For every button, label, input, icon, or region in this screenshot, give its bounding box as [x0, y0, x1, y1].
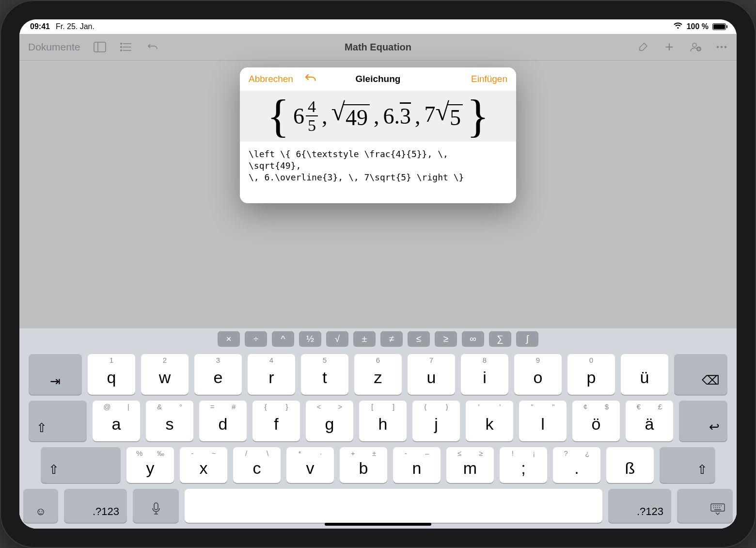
cancel-button[interactable]: Abbrechen: [249, 74, 293, 84]
shortcut-key-≠[interactable]: ≠: [380, 331, 403, 347]
radicand-1: 49: [344, 104, 370, 131]
shortcut-key-∑[interactable]: ∑: [489, 331, 511, 347]
key-r[interactable]: 4r: [248, 354, 295, 395]
key-ö[interactable]: ¢$ö: [572, 401, 620, 441]
shortcut-key-±[interactable]: ±: [353, 331, 376, 347]
key-.[interactable]: ?¿.: [553, 447, 600, 483]
decimal-int: 6.: [383, 104, 400, 129]
key-s[interactable]: &°s: [146, 401, 193, 441]
coef-7: 7: [425, 101, 436, 127]
key-d[interactable]: =#d: [199, 401, 247, 441]
modal-header: Abbrechen Gleichung Einfügen: [240, 67, 516, 91]
seven-root-five: 7 √5: [425, 101, 463, 131]
mixed-number: 6 4 5: [293, 98, 318, 134]
key-g[interactable]: <>g: [306, 401, 353, 441]
key-;[interactable]: !¡;: [500, 447, 547, 483]
radicand-2: 5: [448, 104, 463, 131]
key-h[interactable]: []h: [359, 401, 407, 441]
key-e[interactable]: 3e: [194, 354, 242, 395]
frac-numerator: 4: [306, 98, 318, 116]
device-frame: 09:41 Fr. 25. Jan. 100 % Dokumente: [0, 0, 756, 548]
key-v[interactable]: *·v: [286, 447, 334, 483]
shortcut-key-^[interactable]: ^: [272, 331, 294, 347]
key-q[interactable]: 1q: [88, 354, 135, 395]
insert-button[interactable]: Einfügen: [471, 74, 507, 84]
return-key[interactable]: ↩: [679, 401, 727, 441]
backspace-key[interactable]: ⌫: [674, 354, 727, 395]
key-o[interactable]: 9o: [514, 354, 562, 395]
comma: ,: [374, 103, 379, 129]
dismiss-keyboard-key[interactable]: [677, 489, 733, 523]
key-t[interactable]: 5t: [301, 354, 348, 395]
tab-key[interactable]: ⇥: [29, 354, 82, 395]
home-indicator[interactable]: [325, 523, 431, 526]
key-c[interactable]: /\c: [233, 447, 281, 483]
onscreen-keyboard: ⇥ 1q2w3e4r5t6z7u8i9o0pü⌫ ⇧ @|a&°s=#d{}f<…: [19, 349, 737, 529]
shortcut-key-≤[interactable]: ≤: [408, 331, 430, 347]
spacebar-key[interactable]: [185, 489, 602, 523]
shortcut-key-∫[interactable]: ∫: [516, 331, 538, 347]
key-i[interactable]: 8i: [461, 354, 508, 395]
key-f[interactable]: {}f: [252, 401, 300, 441]
key-m[interactable]: ≤≥m: [446, 447, 494, 483]
math-shortcut-bar: ×÷^½√±≠≤≥∞∑∫: [19, 328, 737, 349]
number-key-right[interactable]: .?123: [608, 489, 671, 523]
number-key-left[interactable]: .?123: [64, 489, 127, 523]
battery-icon: [712, 23, 726, 30]
key-l[interactable]: ""l: [519, 401, 567, 441]
screen: 09:41 Fr. 25. Jan. 100 % Dokumente: [19, 19, 737, 529]
comma: ,: [322, 103, 328, 129]
key-k[interactable]: ''k: [466, 401, 513, 441]
wifi-icon: [673, 22, 683, 31]
key-n[interactable]: -–n: [393, 447, 441, 483]
latex-input[interactable]: \left \{ 6{\textstyle \frac{4}{5}}, \, \…: [240, 142, 516, 203]
shortcut-key-½[interactable]: ½: [299, 331, 321, 347]
keyboard-area: ×÷^½√±≠≤≥∞∑∫ ⇥ 1q2w3e4r5t6z7u8i9o0pü⌫ ⇧ …: [19, 328, 737, 529]
left-brace: {: [267, 97, 289, 135]
shortcut-key-∞[interactable]: ∞: [462, 331, 484, 347]
emoji-key[interactable]: ☺: [23, 489, 58, 523]
shortcut-key-√[interactable]: √: [326, 331, 348, 347]
sqrt-49: √49: [331, 101, 370, 131]
key-ß[interactable]: ß: [606, 447, 654, 483]
status-bar: 09:41 Fr. 25. Jan. 100 %: [19, 19, 737, 34]
key-u[interactable]: 7u: [408, 354, 455, 395]
comma: ,: [415, 103, 421, 129]
equation-preview: { 6 4 5 , √49 , 6.3: [240, 91, 516, 142]
dictation-key[interactable]: [133, 489, 179, 523]
shift-key-right[interactable]: ⇧: [660, 447, 715, 483]
shortcut-key-≥[interactable]: ≥: [435, 331, 457, 347]
mixed-whole: 6: [293, 103, 304, 129]
caps-key[interactable]: ⇧: [29, 401, 87, 441]
right-brace: }: [467, 97, 489, 135]
decimal-repeat: 3: [400, 104, 411, 129]
frac-denominator: 5: [308, 116, 316, 134]
undo-equation-button[interactable]: [304, 73, 316, 86]
key-x[interactable]: -~x: [180, 447, 227, 483]
battery-pct: 100 %: [687, 22, 709, 31]
key-y[interactable]: %‰y: [126, 447, 174, 483]
key-p[interactable]: 0p: [567, 354, 615, 395]
key-b[interactable]: +±b: [340, 447, 387, 483]
status-time: 09:41: [30, 22, 50, 31]
shift-key-left[interactable]: ⇧: [41, 447, 121, 483]
shortcut-key-÷[interactable]: ÷: [245, 331, 267, 347]
key-ä[interactable]: €£ä: [626, 401, 673, 441]
status-date: Fr. 25. Jan.: [56, 22, 94, 31]
key-j[interactable]: ()j: [412, 401, 460, 441]
key-ü[interactable]: ü: [621, 354, 668, 395]
key-z[interactable]: 6z: [354, 354, 402, 395]
key-w[interactable]: 2w: [141, 354, 189, 395]
shortcut-key-×[interactable]: ×: [218, 331, 240, 347]
equation-modal: Abbrechen Gleichung Einfügen { 6 4 5: [240, 67, 516, 203]
key-a[interactable]: @|a: [93, 401, 140, 441]
repeating-decimal: 6.3: [383, 103, 411, 129]
svg-rect-13: [154, 503, 158, 510]
